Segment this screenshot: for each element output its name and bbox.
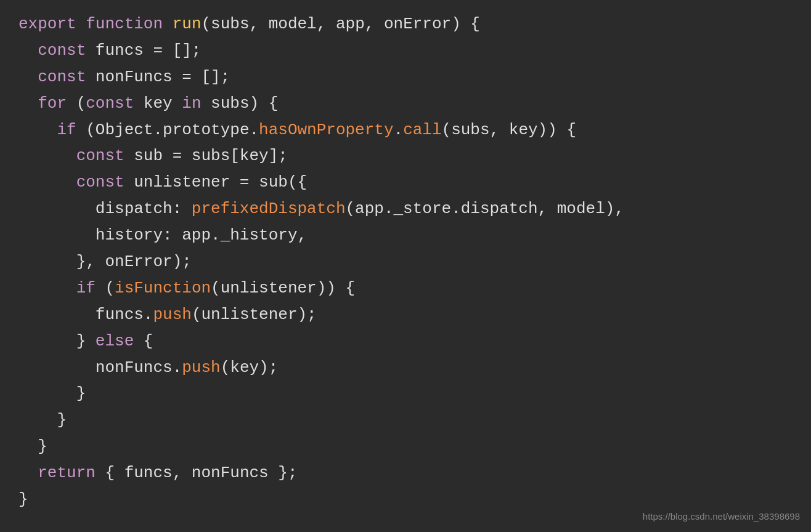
code-line-4: for (const key in subs) { <box>18 91 793 117</box>
watermark-url: https://blog.csdn.net/weixin_38398698 <box>643 509 800 525</box>
code-line-15: } <box>18 381 793 407</box>
code-line-5: if (Object.prototype.hasOwnProperty.call… <box>18 117 793 143</box>
code-line-16: } <box>18 407 793 433</box>
code-line-9: history: app._history, <box>18 222 793 249</box>
code-line-1: export function run(subs, model, app, on… <box>18 11 793 38</box>
code-line-17: } <box>18 433 793 460</box>
code-line-8: dispatch: prefixedDispatch(app._store.di… <box>18 196 793 222</box>
code-line-13: } else { <box>18 328 793 355</box>
code-line-6: const sub = subs[key]; <box>18 143 793 169</box>
code-line-3: const nonFuncs = []; <box>18 64 793 91</box>
code-line-10: }, onError); <box>18 249 793 275</box>
code-line-18: return { funcs, nonFuncs }; <box>18 460 793 486</box>
code-line-2: const funcs = []; <box>18 38 793 64</box>
code-line-11: if (isFunction(unlistener)) { <box>18 275 793 302</box>
code-line-12: funcs.push(unlistener); <box>18 302 793 328</box>
code-line-14: nonFuncs.push(key); <box>18 355 793 381</box>
code-editor: export function run(subs, model, app, on… <box>0 0 811 532</box>
code-line-7: const unlistener = sub({ <box>18 169 793 196</box>
